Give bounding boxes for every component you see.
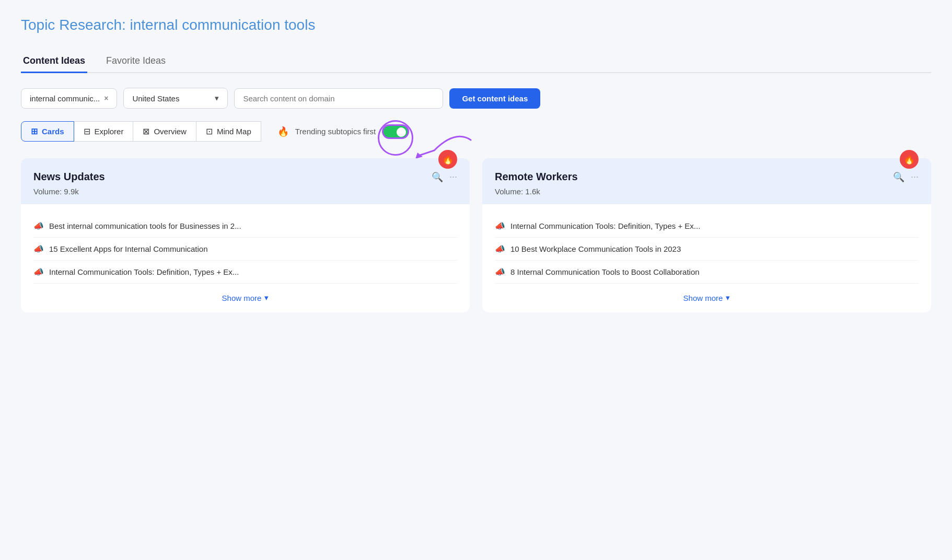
trending-label: Trending subtopics first xyxy=(295,127,376,136)
chevron-down-icon: ▾ xyxy=(264,293,269,302)
card-actions-2: 🔍 ··· xyxy=(893,171,919,183)
megaphone-icon: 📣 xyxy=(495,244,505,254)
megaphone-icon: 📣 xyxy=(495,267,505,277)
view-btn-mindmap[interactable]: ⊡ Mind Map xyxy=(196,121,261,142)
card-items-1: 📣 Best internal communication tools for … xyxy=(33,215,457,283)
explorer-icon: ⊟ xyxy=(84,126,90,136)
card-volume-1: Volume: 9.9k xyxy=(33,187,457,196)
card-news-updates: 🔥 News Updates 🔍 ··· Volume: 9.9k 📣 Best… xyxy=(21,158,470,312)
card-items-2: 📣 Internal Communication Tools: Definiti… xyxy=(495,215,919,283)
card-title-2: Remote Workers xyxy=(495,171,578,183)
list-item: 📣 Internal Communication Tools: Definiti… xyxy=(33,261,457,283)
country-value: United States xyxy=(132,94,179,103)
search-icon-2[interactable]: 🔍 xyxy=(893,171,904,183)
card-header-1: News Updates 🔍 ··· Volume: 9.9k xyxy=(21,158,470,204)
show-more-button-2[interactable]: Show more ▾ xyxy=(683,293,730,302)
trending-fire-badge-1: 🔥 xyxy=(438,150,457,169)
trending-toggle-row: 🔥 Trending subtopics first xyxy=(277,124,410,139)
show-more-row-1: Show more ▾ xyxy=(33,283,457,312)
chevron-down-icon: ▾ xyxy=(726,293,730,302)
show-more-button-1[interactable]: Show more ▾ xyxy=(222,293,269,302)
list-item: 📣 10 Best Workplace Communication Tools … xyxy=(495,238,919,261)
tab-favorite-ideas[interactable]: Favorite Ideas xyxy=(104,50,168,73)
list-item: 📣 15 Excellent Apps for Internal Communi… xyxy=(33,238,457,261)
get-content-ideas-button[interactable]: Get content ideas xyxy=(449,88,540,109)
more-options-icon-2[interactable]: ··· xyxy=(911,171,919,182)
overview-icon: ⊠ xyxy=(143,126,149,136)
card-remote-workers: 🔥 Remote Workers 🔍 ··· Volume: 1.6k 📣 In… xyxy=(482,158,931,312)
cards-icon: ⊞ xyxy=(31,126,38,136)
megaphone-icon: 📣 xyxy=(33,221,44,231)
country-dropdown[interactable]: United States ▾ xyxy=(123,88,228,109)
search-icon-1[interactable]: 🔍 xyxy=(432,171,443,183)
card-title-row-1: News Updates 🔍 ··· xyxy=(33,171,457,183)
tab-content-ideas[interactable]: Content Ideas xyxy=(21,50,87,73)
more-options-icon-1[interactable]: ··· xyxy=(449,171,457,182)
card-body-1: 📣 Best internal communication tools for … xyxy=(21,204,470,312)
view-btn-explorer[interactable]: ⊟ Explorer xyxy=(74,121,134,142)
view-btn-cards[interactable]: ⊞ Cards xyxy=(21,121,74,142)
trending-fire-badge-2: 🔥 xyxy=(900,150,919,169)
card-body-2: 📣 Internal Communication Tools: Definiti… xyxy=(482,204,931,312)
toggle-annotation xyxy=(382,124,409,139)
view-toggle-row: ⊞ Cards ⊟ Explorer ⊠ Overview ⊡ Mind Map… xyxy=(21,121,931,142)
toggle-knob xyxy=(397,127,406,137)
card-header-2: Remote Workers 🔍 ··· Volume: 1.6k xyxy=(482,158,931,204)
card-actions-1: 🔍 ··· xyxy=(432,171,457,183)
card-volume-2: Volume: 1.6k xyxy=(495,187,919,196)
svg-marker-0 xyxy=(415,153,423,159)
trending-toggle-switch[interactable] xyxy=(382,124,409,139)
megaphone-icon: 📣 xyxy=(495,221,505,231)
show-more-row-2: Show more ▾ xyxy=(495,283,919,312)
megaphone-icon: 📣 xyxy=(33,244,44,254)
keyword-value: internal communic... xyxy=(30,94,100,103)
page-title: Topic Research: internal communication t… xyxy=(21,17,931,33)
tabs-row: Content Ideas Favorite Ideas xyxy=(21,50,931,73)
list-item: 📣 8 Internal Communication Tools to Boos… xyxy=(495,261,919,283)
mindmap-icon: ⊡ xyxy=(206,126,213,136)
keyword-chip[interactable]: internal communic... × xyxy=(21,88,117,109)
card-title-1: News Updates xyxy=(33,171,105,183)
megaphone-icon: 📣 xyxy=(33,267,44,277)
chevron-down-icon: ▾ xyxy=(215,94,219,103)
close-icon[interactable]: × xyxy=(104,94,108,102)
cards-grid: 🔥 News Updates 🔍 ··· Volume: 9.9k 📣 Best… xyxy=(21,158,931,312)
fire-icon: 🔥 xyxy=(277,126,289,137)
card-title-row-2: Remote Workers 🔍 ··· xyxy=(495,171,919,183)
filter-row: internal communic... × United States ▾ G… xyxy=(21,88,931,109)
list-item: 📣 Internal Communication Tools: Definiti… xyxy=(495,215,919,238)
view-btn-overview[interactable]: ⊠ Overview xyxy=(133,121,196,142)
list-item: 📣 Best internal communication tools for … xyxy=(33,215,457,238)
domain-search-input[interactable] xyxy=(234,88,443,109)
